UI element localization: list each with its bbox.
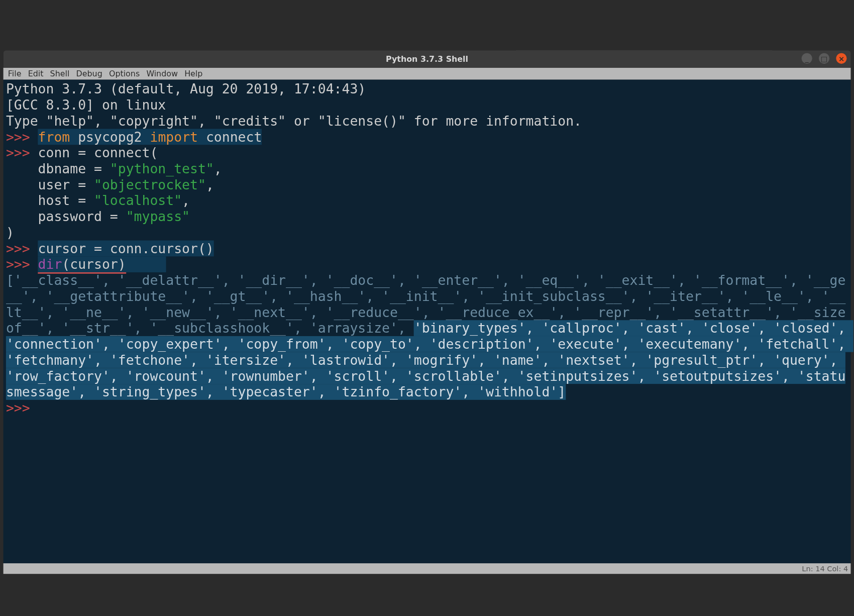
code-line: password = "mypass" <box>6 209 190 225</box>
idle-window: Python 3.7.3 Shell _ □ × File Edit Shell… <box>4 50 851 574</box>
banner-line: Python 3.7.3 (default, Aug 20 2019, 17:0… <box>6 81 374 97</box>
code-line: dir(cursor) <box>38 256 166 272</box>
code-line: cursor = conn.cursor() <box>38 241 214 257</box>
window-title: Python 3.7.3 Shell <box>386 54 468 64</box>
code-line: dbname = "python_test", <box>6 161 222 177</box>
code-line: ) <box>6 225 14 241</box>
banner-line: Type "help", "copyright", "credits" or "… <box>6 113 582 129</box>
maximize-button[interactable]: □ <box>819 53 829 64</box>
menu-shell[interactable]: Shell <box>48 69 72 78</box>
menu-window[interactable]: Window <box>144 69 179 78</box>
code-line: from psycopg2 import connect <box>38 129 262 145</box>
titlebar[interactable]: Python 3.7.3 Shell _ □ × <box>4 50 851 67</box>
menu-file[interactable]: File <box>6 69 23 78</box>
prompt: >>> <box>6 145 38 161</box>
close-button[interactable]: × <box>836 53 846 64</box>
shell-text-area[interactable]: Python 3.7.3 (default, Aug 20 2019, 17:0… <box>4 80 851 563</box>
prompt: >>> <box>6 129 38 145</box>
menu-help[interactable]: Help <box>182 69 204 78</box>
menubar: File Edit Shell Debug Options Window Hel… <box>4 68 851 80</box>
prompt: >>> <box>6 241 38 257</box>
prompt: >>> <box>6 256 38 272</box>
code-line: host = "localhost", <box>6 192 190 209</box>
menu-debug[interactable]: Debug <box>74 69 104 78</box>
code-line: conn = connect( <box>38 145 158 161</box>
menu-options[interactable]: Options <box>107 69 142 78</box>
banner-line: [GCC 8.3.0] on linux <box>6 97 166 113</box>
statusbar: Ln: 14 Col: 4 <box>4 563 851 574</box>
code-line: user = "objectrocket", <box>6 177 214 193</box>
menu-edit[interactable]: Edit <box>26 69 46 78</box>
prompt: >>> <box>6 400 38 416</box>
cursor-position: Ln: 14 Col: 4 <box>802 564 848 573</box>
minimize-button[interactable]: _ <box>802 53 812 64</box>
